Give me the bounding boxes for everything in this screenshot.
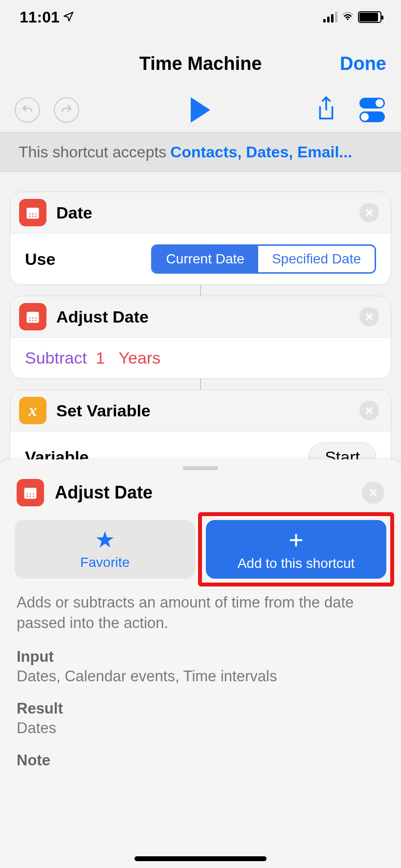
action-card-adjust-date[interactable]: Adjust Date Subtract 1 Years: [10, 296, 391, 379]
svg-point-13: [29, 320, 31, 321]
card-header: x Set Variable: [10, 390, 391, 432]
result-heading: Result: [0, 685, 401, 719]
star-icon: ★: [95, 528, 115, 551]
card-header: Date: [10, 192, 391, 234]
cellular-signal-icon: [323, 12, 337, 22]
svg-point-5: [35, 213, 37, 215]
run-button[interactable]: [191, 97, 210, 123]
accepts-types: Contacts, Dates, Email...: [170, 143, 352, 161]
svg-point-0: [347, 19, 348, 20]
remove-action-button[interactable]: [359, 401, 379, 420]
date-icon: [19, 303, 46, 330]
play-icon: [191, 97, 210, 123]
date-icon: [17, 479, 44, 506]
toggle-icon: [359, 111, 385, 122]
date-mode-segmented[interactable]: Current Date Specified Date: [151, 244, 376, 274]
card-title: Date: [56, 203, 92, 222]
svg-point-15: [35, 320, 37, 321]
card-title: Set Variable: [56, 401, 151, 420]
card-body: Use Current Date Specified Date: [10, 234, 391, 284]
connector: [200, 285, 201, 296]
seg-specified-date[interactable]: Specified Date: [258, 246, 375, 272]
status-bar: 11:01: [0, 0, 401, 34]
svg-point-6: [29, 216, 31, 217]
sheet-title: Adjust Date: [55, 482, 153, 503]
accepts-bar[interactable]: This shortcut accepts Contacts, Dates, E…: [0, 132, 401, 172]
remove-action-button[interactable]: [359, 307, 379, 326]
svg-point-22: [33, 496, 34, 497]
plus-icon: +: [289, 527, 303, 553]
done-button[interactable]: Done: [340, 53, 386, 74]
clock-time: 11:01: [20, 8, 60, 26]
svg-point-8: [35, 216, 37, 217]
undo-button[interactable]: [15, 97, 40, 123]
svg-point-19: [33, 493, 34, 495]
page-title: Time Machine: [139, 53, 262, 74]
input-heading: Input: [0, 633, 401, 668]
note-heading: Note: [0, 737, 401, 771]
svg-point-20: [27, 496, 28, 497]
date-icon: [19, 199, 46, 226]
svg-point-7: [32, 216, 34, 217]
svg-point-11: [32, 317, 34, 319]
status-time: 11:01: [20, 8, 74, 26]
action-card-date[interactable]: Date Use Current Date Specified Date: [10, 192, 391, 285]
svg-point-14: [32, 320, 34, 321]
svg-point-18: [30, 493, 31, 495]
svg-point-3: [29, 213, 31, 215]
sheet-grabber[interactable]: [183, 466, 218, 470]
accepts-prefix: This shortcut accepts: [19, 143, 166, 161]
settings-button[interactable]: [358, 97, 386, 123]
add-label: Add to this shortcut: [238, 556, 355, 571]
svg-point-17: [27, 493, 28, 495]
sheet-description: Adds or subtracts an amount of time from…: [0, 579, 401, 633]
sheet-header: Adjust Date: [0, 476, 401, 520]
action-detail-sheet[interactable]: Adjust Date ★ Favorite + Add to this sho…: [0, 459, 401, 868]
nav-header: Time Machine Done: [0, 44, 401, 83]
remove-action-button[interactable]: [359, 203, 379, 222]
wifi-icon: [341, 10, 354, 24]
svg-point-10: [29, 317, 31, 319]
param-label: Use: [25, 250, 55, 269]
adjust-operation[interactable]: Subtract: [25, 348, 87, 368]
input-text: Dates, Calendar events, Time intervals: [0, 668, 401, 685]
toolbar: [0, 88, 401, 132]
svg-point-12: [35, 317, 37, 319]
adjust-unit[interactable]: Years: [119, 348, 161, 368]
svg-point-4: [32, 213, 34, 215]
add-to-shortcut-button[interactable]: + Add to this shortcut: [206, 520, 386, 579]
sheet-actions: ★ Favorite + Add to this shortcut: [0, 520, 401, 579]
redo-button[interactable]: [54, 97, 79, 123]
card-header: Adjust Date: [10, 296, 391, 338]
favorite-label: Favorite: [80, 555, 130, 570]
connector: [200, 379, 201, 390]
result-text: Dates: [0, 719, 401, 737]
svg-rect-2: [27, 208, 39, 211]
card-title: Adjust Date: [56, 307, 149, 326]
share-button[interactable]: [315, 95, 337, 125]
battery-icon: [358, 11, 381, 23]
variable-icon: x: [19, 397, 46, 424]
close-sheet-button[interactable]: [362, 481, 384, 504]
home-indicator[interactable]: [134, 856, 267, 861]
seg-current-date[interactable]: Current Date: [153, 246, 258, 272]
toggle-icon: [359, 98, 385, 108]
adjust-amount[interactable]: 1: [96, 348, 105, 368]
status-right: [323, 10, 381, 24]
location-icon: [63, 8, 74, 26]
action-list: Date Use Current Date Specified Date Adj…: [0, 192, 401, 483]
svg-point-21: [30, 496, 31, 497]
favorite-button[interactable]: ★ Favorite: [15, 520, 195, 579]
card-body: Subtract 1 Years: [10, 338, 391, 378]
